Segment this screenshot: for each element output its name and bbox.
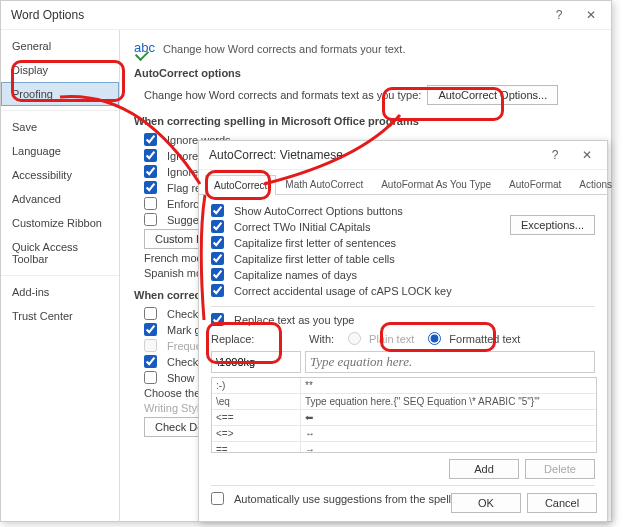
radio-formatted-text[interactable] bbox=[428, 332, 441, 345]
lbl-plain-text: Plain text bbox=[369, 333, 414, 345]
lbl-caps-lock: Correct accidental usage of cAPS LOCK ke… bbox=[234, 285, 452, 297]
chk-ignore-internet[interactable] bbox=[144, 165, 157, 178]
autocorrect-titlebar: AutoCorrect: Vietnamese ? ✕ bbox=[199, 141, 607, 170]
chk-suggest-from[interactable] bbox=[144, 213, 157, 226]
sidebar-item-save[interactable]: Save bbox=[1, 115, 119, 139]
chk-enforce-accent[interactable] bbox=[144, 197, 157, 210]
chk-check-spelling[interactable] bbox=[144, 307, 157, 320]
sidebar-item-customize-ribbon[interactable]: Customize Ribbon bbox=[1, 211, 119, 235]
autocorrect-tabs: AutoCorrectMath AutoCorrectAutoFormat As… bbox=[199, 170, 607, 195]
tab-math-autocorrect[interactable]: Math AutoCorrect bbox=[276, 174, 372, 194]
add-button[interactable]: Add bbox=[449, 459, 519, 479]
cancel-button[interactable]: Cancel bbox=[527, 493, 597, 513]
chk-two-caps[interactable] bbox=[211, 220, 224, 233]
autocorrect-text: Change how Word corrects and formats tex… bbox=[144, 89, 421, 101]
lbl-formatted-text: Formatted text bbox=[449, 333, 520, 345]
word-options-titlebar: Word Options ? ✕ bbox=[1, 1, 611, 30]
with-label: With: bbox=[309, 333, 334, 345]
section-autocorrect: AutoCorrect options bbox=[134, 67, 597, 79]
sidebar: GeneralDisplayProofingSaveLanguageAccess… bbox=[1, 30, 120, 522]
sidebar-item-display[interactable]: Display bbox=[1, 58, 119, 82]
exceptions-button[interactable]: Exceptions... bbox=[510, 215, 595, 235]
dialog-title: Word Options bbox=[11, 8, 84, 22]
help-button[interactable]: ? bbox=[543, 2, 575, 28]
ok-button[interactable]: OK bbox=[451, 493, 521, 513]
tab-actions[interactable]: Actions bbox=[570, 174, 621, 194]
sidebar-item-advanced[interactable]: Advanced bbox=[1, 187, 119, 211]
sidebar-item-general[interactable]: General bbox=[1, 34, 119, 58]
with-input[interactable] bbox=[305, 351, 595, 373]
sidebar-item-quick-access-toolbar[interactable]: Quick Access Toolbar bbox=[1, 235, 119, 271]
replace-table[interactable]: :-)**\eqType equation here.{" SEQ Equati… bbox=[211, 377, 597, 453]
table-row[interactable]: \eqType equation here.{" SEQ Equation \*… bbox=[212, 394, 596, 410]
sidebar-item-proofing[interactable]: Proofing bbox=[1, 82, 119, 106]
chk-auto-suggestions[interactable] bbox=[211, 492, 224, 505]
table-row[interactable]: ==→ bbox=[212, 442, 596, 454]
table-row[interactable]: <=>↔ bbox=[212, 426, 596, 442]
chk-show-readability[interactable] bbox=[144, 371, 157, 384]
close-button[interactable]: ✕ bbox=[575, 2, 607, 28]
replace-label: Replace: bbox=[211, 333, 254, 345]
panel-header: Change how Word corrects and formats you… bbox=[163, 43, 406, 55]
chk-check-grammar[interactable] bbox=[144, 355, 157, 368]
replace-input[interactable] bbox=[211, 351, 301, 373]
sidebar-item-add-ins[interactable]: Add-ins bbox=[1, 280, 119, 304]
chk-show-buttons[interactable] bbox=[211, 204, 224, 217]
lbl-show-buttons: Show AutoCorrect Options buttons bbox=[234, 205, 403, 217]
table-row[interactable]: :-)** bbox=[212, 378, 596, 394]
autocorrect-title: AutoCorrect: Vietnamese bbox=[209, 148, 343, 162]
chk-cap-sentences[interactable] bbox=[211, 236, 224, 249]
tab-autoformat[interactable]: AutoFormat bbox=[500, 174, 570, 194]
delete-button[interactable]: Delete bbox=[525, 459, 595, 479]
proofing-icon: abc bbox=[134, 40, 155, 57]
tab-autocorrect[interactable]: AutoCorrect bbox=[205, 175, 276, 195]
chk-flag-repeated[interactable] bbox=[144, 181, 157, 194]
chk-mark-grammar[interactable] bbox=[144, 323, 157, 336]
chk-cap-days[interactable] bbox=[211, 268, 224, 281]
lbl-two-caps: Correct TWo INitial CApitals bbox=[234, 221, 371, 233]
autocorrect-help-button[interactable]: ? bbox=[539, 142, 571, 168]
radio-plain-text bbox=[348, 332, 361, 345]
autocorrect-close-button[interactable]: ✕ bbox=[571, 142, 603, 168]
chk-frequently bbox=[144, 339, 157, 352]
chk-ignore-words-2[interactable] bbox=[144, 149, 157, 162]
autocorrect-dialog: AutoCorrect: Vietnamese ? ✕ AutoCorrectM… bbox=[198, 140, 608, 522]
chk-cap-cells[interactable] bbox=[211, 252, 224, 265]
section-spelling-office: When correcting spelling in Microsoft Of… bbox=[134, 115, 597, 127]
sidebar-item-trust-center[interactable]: Trust Center bbox=[1, 304, 119, 328]
lbl-cap-sentences: Capitalize first letter of sentences bbox=[234, 237, 396, 249]
lbl-cap-days: Capitalize names of days bbox=[234, 269, 357, 281]
tab-autoformat-as-you-type[interactable]: AutoFormat As You Type bbox=[372, 174, 500, 194]
chk-replace-as-type[interactable] bbox=[211, 313, 224, 326]
table-row[interactable]: <==⬅ bbox=[212, 410, 596, 426]
sidebar-item-accessibility[interactable]: Accessibility bbox=[1, 163, 119, 187]
lbl-cap-cells: Capitalize first letter of table cells bbox=[234, 253, 395, 265]
sidebar-item-language[interactable]: Language bbox=[1, 139, 119, 163]
lbl-replace-as-type: Replace text as you type bbox=[234, 314, 354, 326]
chk-ignore-words-1[interactable] bbox=[144, 133, 157, 146]
autocorrect-options-button[interactable]: AutoCorrect Options... bbox=[427, 85, 558, 105]
chk-caps-lock[interactable] bbox=[211, 284, 224, 297]
